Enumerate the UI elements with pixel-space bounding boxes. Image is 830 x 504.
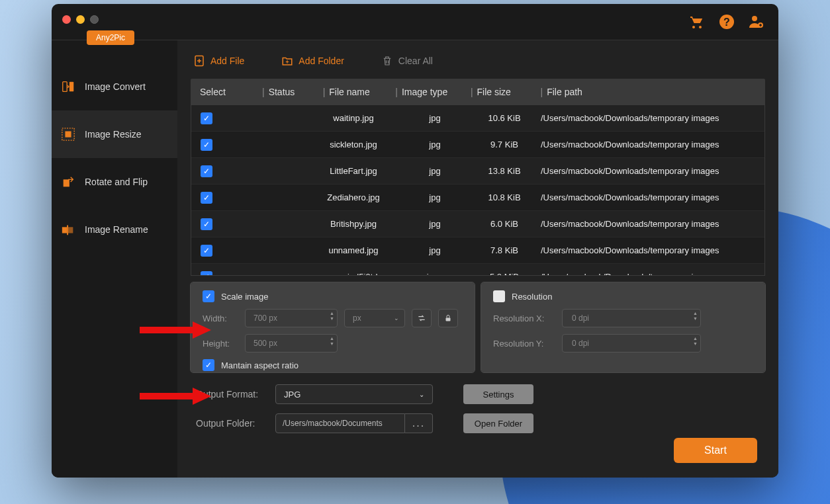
row-type: jpg [402, 113, 468, 123]
row-size: 9.7 KiB [468, 140, 541, 149]
th-filesize: File size [477, 87, 537, 97]
aspect-ratio-checkbox[interactable]: ✓ [203, 359, 214, 371]
browse-folder-button[interactable]: ... [405, 413, 433, 433]
table-row: ✓ waitinp.jpg jpg 10.6 KiB /Users/macboo… [191, 105, 764, 132]
start-button[interactable]: Start [674, 438, 757, 463]
row-checkbox[interactable]: ✓ [201, 271, 212, 276]
svg-rect-5 [69, 82, 73, 92]
svg-rect-7 [65, 131, 71, 137]
add-folder-label: Add Folder [299, 56, 344, 66]
row-filename: unnamed.jpg [305, 245, 402, 255]
row-size: 7.8 KiB [468, 245, 541, 255]
row-type: jpg [402, 192, 468, 202]
sidebar-item-label: Image Resize [85, 129, 142, 140]
th-status: Status [269, 87, 319, 97]
app-badge: Any2Pic [87, 30, 134, 45]
row-path: /Users/macbook/Downloads/temporary image… [541, 192, 764, 202]
close-window-button[interactable] [62, 15, 71, 24]
scale-image-checkbox[interactable]: ✓ [203, 290, 214, 302]
svg-rect-8 [64, 179, 69, 187]
row-filename: LittleFart.jpg [305, 166, 402, 176]
add-folder-icon [281, 55, 293, 67]
svg-rect-10 [68, 227, 73, 233]
add-user-icon[interactable] [748, 14, 764, 30]
row-type: jpg [402, 245, 468, 255]
row-checkbox[interactable]: ✓ [201, 218, 212, 230]
maximize-window-button[interactable] [90, 15, 99, 24]
height-label: Height: [203, 339, 238, 349]
sidebar: Image Convert Image Resize Rotate and Fl… [52, 40, 177, 478]
help-icon[interactable]: ? [719, 14, 735, 30]
width-input[interactable]: 700 px▲▼ [245, 309, 338, 327]
table-row: ✓ LittleFart.jpg jpg 13.8 KiB /Users/mac… [191, 158, 764, 185]
sidebar-item-rotate[interactable]: Rotate and Flip [52, 158, 177, 206]
table-row: ✓ gysujed5j9td jpeg 5.0 MiB /Users/macbo… [191, 264, 764, 276]
lock-button[interactable] [438, 309, 458, 327]
svg-point-2 [752, 16, 757, 21]
clear-all-button[interactable]: Clear All [381, 55, 433, 67]
sidebar-item-resize[interactable]: Image Resize [52, 110, 177, 158]
row-type: jpg [402, 219, 468, 229]
svg-rect-9 [62, 227, 67, 233]
resolution-y-label: Resolution Y: [493, 339, 555, 349]
row-path: /Users/macbook/Downloads/temporary image… [541, 272, 764, 276]
resolution-panel: Resolution Resolution X: 0 dpi▲▼ Resolut… [481, 282, 765, 372]
traffic-lights [62, 15, 99, 24]
row-checkbox[interactable]: ✓ [201, 245, 212, 257]
sidebar-item-rename[interactable]: Image Rename [52, 206, 177, 253]
row-size: 6.0 KiB [468, 219, 541, 229]
rotate-icon [61, 175, 75, 189]
add-folder-button[interactable]: Add Folder [281, 55, 344, 67]
rename-icon [61, 222, 75, 237]
table-header: Select| Status| File name| Image type| F… [191, 79, 765, 105]
add-file-button[interactable]: Add File [193, 55, 244, 67]
output-folder-path: /Users/macbook/Documents [275, 413, 405, 433]
row-checkbox[interactable]: ✓ [201, 112, 212, 124]
lock-icon [444, 314, 452, 323]
output-folder-label: Output Folder: [196, 418, 265, 429]
open-folder-button[interactable]: Open Folder [463, 413, 533, 433]
sidebar-item-label: Image Convert [85, 81, 146, 92]
row-path: /Users/macbook/Downloads/temporary image… [541, 140, 764, 149]
settings-button[interactable]: Settings [463, 384, 533, 404]
resolution-checkbox[interactable] [493, 290, 505, 302]
minimize-window-button[interactable] [76, 15, 85, 24]
add-file-icon [193, 55, 205, 67]
row-path: /Users/macbook/Downloads/temporary image… [541, 245, 764, 255]
height-input[interactable]: 500 px▲▼ [245, 334, 338, 353]
svg-rect-4 [63, 82, 67, 92]
th-select: Select [200, 87, 258, 97]
th-filepath: File path [547, 87, 589, 97]
swap-icon [417, 314, 426, 323]
annotation-arrow [140, 321, 212, 339]
row-size: 10.6 KiB [468, 113, 541, 123]
output-format-select[interactable]: JPG⌄ [275, 384, 433, 404]
row-size: 13.8 KiB [468, 166, 541, 176]
table-row: ✓ Britishpy.jpg jpg 6.0 KiB /Users/macbo… [191, 211, 764, 237]
row-filename: waitinp.jpg [305, 113, 402, 123]
resolution-label: Resolution [512, 292, 552, 302]
unit-select[interactable]: px⌄ [344, 309, 405, 327]
cart-icon[interactable] [688, 14, 706, 30]
trash-icon [381, 55, 393, 67]
scale-image-label: Scale image [221, 292, 269, 302]
sidebar-item-convert[interactable]: Image Convert [52, 63, 177, 110]
resolution-y-input[interactable]: 0 dpi▲▼ [562, 334, 701, 353]
row-path: /Users/macbook/Downloads/temporary image… [541, 166, 764, 176]
row-filename: sickleton.jpg [305, 140, 402, 149]
row-type: jpg [402, 166, 468, 176]
swap-button[interactable] [412, 309, 432, 327]
svg-rect-12 [446, 318, 451, 321]
row-path: /Users/macbook/Downloads/temporary image… [541, 219, 764, 229]
aspect-ratio-label: Mantain aspect ratio [221, 360, 299, 370]
row-checkbox[interactable]: ✓ [201, 165, 212, 177]
sidebar-item-label: Rotate and Flip [85, 177, 148, 187]
add-file-label: Add File [210, 56, 244, 66]
row-filename: Zediahero.jpg [305, 192, 402, 202]
table-row: ✓ sickleton.jpg jpg 9.7 KiB /Users/macbo… [191, 132, 764, 158]
row-checkbox[interactable]: ✓ [201, 139, 212, 151]
resolution-x-input[interactable]: 0 dpi▲▼ [562, 309, 701, 327]
row-checkbox[interactable]: ✓ [201, 192, 212, 204]
row-filename: Britishpy.jpg [305, 219, 402, 229]
th-imagetype: Image type [402, 87, 467, 97]
